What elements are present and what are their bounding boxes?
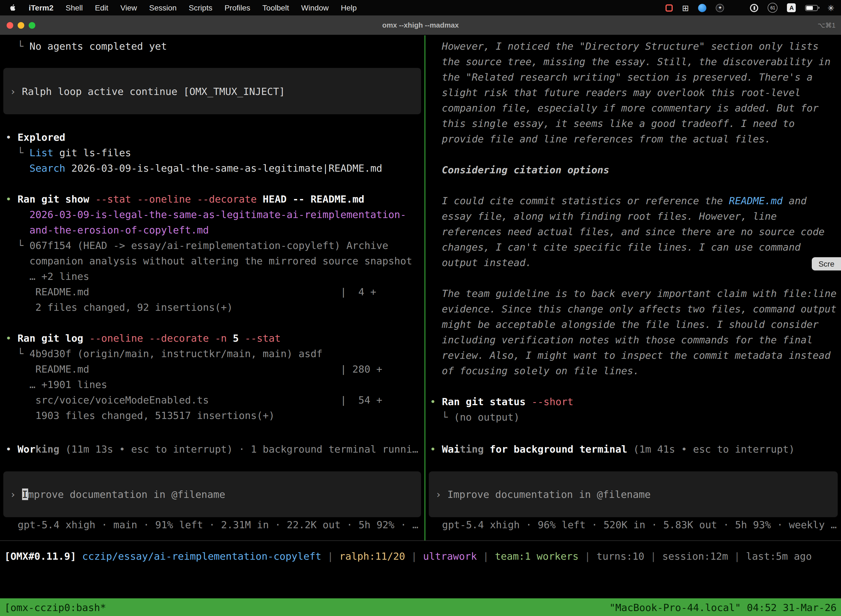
terminal-line: Considering citation options (430, 162, 841, 178)
left-lines: • Explored └ List git ls-files Search 20… (6, 130, 424, 423)
input-text: Improve documentation in @filename (447, 488, 651, 500)
terminal-line: provide file and line references from th… (430, 131, 841, 147)
menu-items: iTerm2 Shell Edit View Session Scripts P… (7, 3, 362, 12)
terminal-line: 2 files changed, 92 insertions(+) (6, 300, 424, 315)
menu-item-help[interactable]: Help (335, 3, 362, 12)
menu-item-view[interactable]: View (115, 3, 142, 12)
terminal-line: review. Also, I might want to inspect th… (430, 348, 841, 363)
menu-item-shell[interactable]: Shell (60, 3, 88, 12)
terminal-line: the source tree, missing the essay. Stil… (430, 54, 841, 70)
menu-item-edit[interactable]: Edit (89, 3, 114, 12)
terminal-line: └ List git ls-files (6, 145, 424, 161)
terminal-line: references need actual files, and since … (430, 224, 841, 239)
screen: iTerm2 Shell Edit View Session Scripts P… (0, 0, 841, 616)
terminal-line: slight risk that future readers may over… (430, 85, 841, 100)
terminal-line (430, 178, 841, 193)
tmux-status-bar: [omx-cczip0:bash* "MacBook-Pro-44.local"… (0, 598, 841, 616)
terminal-line: the "Related research writing" section i… (430, 70, 841, 85)
menu-item-iterm2[interactable]: iTerm2 (23, 3, 59, 12)
menu-item-profiles[interactable]: Profiles (219, 3, 256, 12)
banner-text: Ralph loop active continue [OMX_TMUX_INJ… (16, 85, 285, 97)
battery-percent-badge[interactable]: 61 (768, 3, 778, 13)
terminal-line: [OMX#0.11.9] cczip/essay/ai-reimplementa… (4, 549, 841, 564)
terminal-line: README.md | 4 + (6, 284, 424, 300)
prompt-chevron: › (435, 488, 447, 500)
omx-status-line: [OMX#0.11.9] cczip/essay/ai-reimplementa… (4, 549, 841, 564)
terminal-line: • Working (11m 13s • esc to interrupt) ·… (6, 441, 424, 457)
terminal-line: └ (no output) (430, 409, 841, 425)
terminal-line (430, 270, 841, 286)
left-prompt-input[interactable]: › Improve documentation in @filename (3, 471, 421, 517)
menu-item-window[interactable]: Window (296, 3, 334, 12)
apple-menu-icon[interactable] (7, 3, 22, 12)
terminal-line: I could cite commit statistics or refere… (430, 193, 841, 209)
menu-item-scripts[interactable]: Scripts (183, 3, 218, 12)
terminal-line: └ No agents completed yet (6, 39, 424, 54)
terminal-line: companion analysis without altering the … (6, 253, 424, 269)
battery-icon[interactable] (806, 5, 818, 11)
terminal-line: 2026-03-09-is-legal-the-same-as-legitima… (6, 207, 424, 223)
terminal-line: this single essay, it seems like a good … (430, 116, 841, 131)
terminal-line: essay file, along with finding root file… (430, 209, 841, 224)
left-activity-line: • Working (11m 13s • esc to interrupt) ·… (6, 441, 424, 457)
minimize-window-button[interactable] (18, 22, 24, 28)
terminal-line: and-the-erosion-of-copyleft.md (6, 223, 424, 238)
left-model-status: gpt-5.4 xhigh · main · 91% left · 2.31M … (6, 517, 424, 532)
terminal-line: └ 067f154 (HEAD -> essay/ai-reimplementa… (6, 238, 424, 253)
close-window-button[interactable] (7, 22, 13, 28)
terminal-line: • Ran git show --stat --oneline --decora… (6, 192, 424, 207)
omx-status-bar: [OMX#0.11.9] cczip/essay/ai-reimplementa… (0, 540, 841, 598)
right-activity-line: • Waiting for background terminal (1m 41… (430, 441, 841, 457)
tmux-session-label: [omx-cczip0:bash* (4, 601, 106, 613)
terminal-area: └ No agents completed yet › Ralph loop a… (0, 35, 841, 540)
left-bottom-group: • Working (11m 13s • esc to interrupt) ·… (0, 441, 424, 540)
window-title: omx --xhigh --madmax (0, 21, 841, 29)
input-source-icon[interactable]: A (787, 3, 796, 12)
terminal-line: might be acceptable alongside the file l… (430, 317, 841, 332)
terminal-line: • Ran git log --oneline --decorate -n 5 … (6, 331, 424, 346)
terminal-line: … +1901 lines (6, 377, 424, 392)
terminal-line (6, 176, 424, 192)
screen-recording-icon[interactable] (665, 4, 673, 11)
terminal-line: including verification notes with those … (430, 332, 841, 348)
keyhole-icon[interactable] (750, 4, 759, 12)
ralph-inject-banner: › Ralph loop active continue [OMX_TMUX_I… (3, 68, 421, 114)
left-scrollback: └ No agents completed yet › Ralph loop a… (0, 35, 424, 441)
terminal-line: • Waiting for background terminal (1m 41… (430, 441, 841, 457)
banner-prompt: › (10, 85, 16, 97)
terminal-line: • Ran git status --short (430, 394, 841, 409)
left-lines-top: └ No agents completed yet (6, 39, 424, 54)
menu-item-session[interactable]: Session (144, 3, 182, 12)
menu-item-toolbelt[interactable]: Toolbelt (257, 3, 294, 12)
terminal-line: src/voice/voiceModeEnabled.ts | 54 + (6, 392, 424, 408)
tmux-host-clock-label: "MacBook-Pro-44.local" 04:52 31-Mar-26 (609, 601, 837, 613)
window-grid-icon[interactable]: ⊞ (682, 4, 689, 12)
macos-menu-bar: iTerm2 Shell Edit View Session Scripts P… (0, 0, 841, 15)
window-title-bar[interactable]: omx --xhigh --madmax ⌥⌘1 (0, 15, 841, 35)
terminal-line: However, I noticed the "Directory Struct… (430, 39, 841, 54)
right-scrollback: However, I noticed the "Directory Struct… (425, 35, 841, 441)
terminal-line: … +2 lines (6, 269, 424, 284)
terminal-line: changes, I can't cite specific file line… (430, 239, 841, 255)
left-pane[interactable]: └ No agents completed yet › Ralph loop a… (0, 35, 424, 540)
screen-share-chip[interactable]: Scre (812, 257, 841, 270)
dark-app-icon[interactable]: ✦ (716, 4, 724, 12)
blue-app-icon[interactable] (698, 4, 707, 12)
terminal-line: evidence. Since this change only affects… (430, 301, 841, 317)
terminal-line: └ 4b9d30f (origin/main, instructkr/main,… (6, 346, 424, 362)
terminal-line (430, 147, 841, 162)
fan-icon[interactable]: ✳ (828, 4, 834, 12)
apps-grid-icon[interactable] (734, 4, 741, 11)
prompt-chevron: › (10, 488, 22, 500)
terminal-line: • Explored (6, 130, 424, 145)
input-text: mprove documentation in @filename (28, 488, 225, 500)
terminal-line: output instead. (430, 255, 841, 270)
terminal-line: Search 2026-03-09-is-legal-the-same-as-l… (6, 161, 424, 176)
right-prompt-input[interactable]: › Improve documentation in @filename (429, 471, 838, 517)
terminal-line: The team guideline is to back every impo… (430, 286, 841, 301)
terminal-line (430, 378, 841, 394)
window-shortcut-label: ⌥⌘1 (818, 21, 841, 29)
right-lines: However, I noticed the "Directory Struct… (430, 39, 841, 425)
right-pane[interactable]: However, I noticed the "Directory Struct… (425, 35, 841, 540)
zoom-window-button[interactable] (29, 22, 35, 28)
